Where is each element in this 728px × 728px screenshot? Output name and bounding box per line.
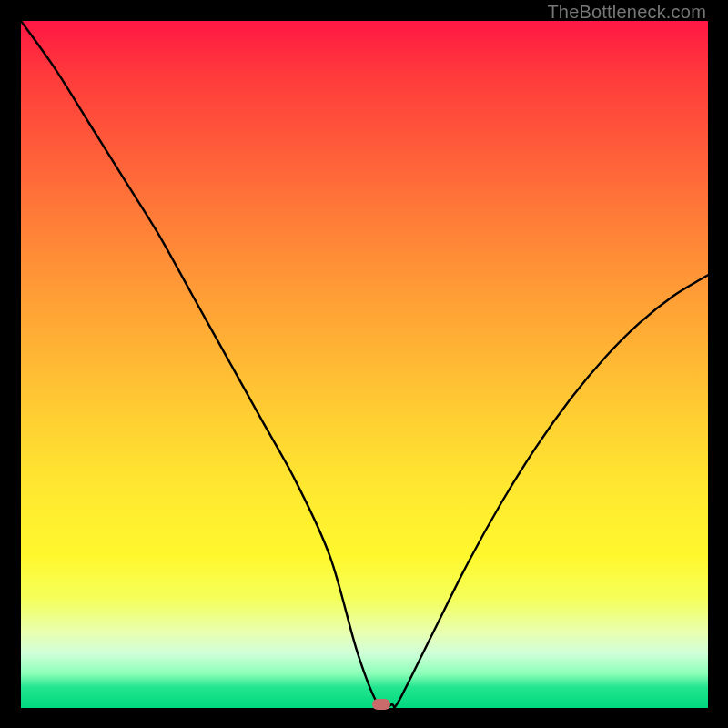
plot-area xyxy=(21,21,708,708)
watermark-text: TheBottleneck.com xyxy=(547,2,706,23)
bottleneck-curve xyxy=(21,21,708,708)
optimal-marker xyxy=(372,699,390,710)
chart-container: TheBottleneck.com xyxy=(0,0,728,728)
curve-svg xyxy=(21,21,708,708)
